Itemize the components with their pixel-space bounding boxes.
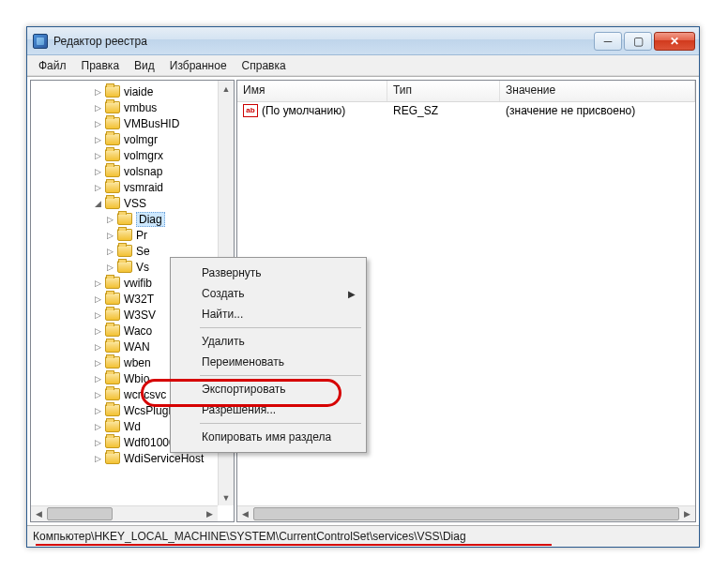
expander-closed-icon[interactable]: ▷ <box>92 149 104 161</box>
folder-icon <box>105 404 120 416</box>
expander-closed-icon[interactable]: ▷ <box>92 133 104 145</box>
tree-label: Vs <box>136 261 149 274</box>
cell-value: (значение не присвоено) <box>500 104 695 117</box>
minimize-button[interactable]: ─ <box>594 32 622 51</box>
tree-item[interactable]: ▷volsnap <box>31 163 218 179</box>
window-title: Редактор реестра <box>52 35 590 48</box>
tree-label: wcncsvc <box>124 388 166 401</box>
expander-closed-icon[interactable]: ▷ <box>92 436 104 448</box>
tree-label: W3SV <box>124 309 156 322</box>
titlebar[interactable]: Редактор реестра ─ ▢ ✕ <box>27 27 699 55</box>
cm-rename[interactable]: Переименовать <box>174 352 363 372</box>
tree-item[interactable]: ▷VMBusHID <box>31 115 218 131</box>
expander-closed-icon[interactable]: ▷ <box>92 181 104 193</box>
tree-label: VSS <box>124 197 146 210</box>
expander-closed-icon[interactable]: ▷ <box>92 293 104 305</box>
status-path: Компьютер\HKEY_LOCAL_MACHINE\SYSTEM\Curr… <box>33 530 466 543</box>
close-button[interactable]: ✕ <box>654 32 695 51</box>
cm-copy-key-name[interactable]: Копировать имя раздела <box>174 427 363 447</box>
regedit-window: Редактор реестра ─ ▢ ✕ Файл Правка Вид И… <box>26 26 700 548</box>
tree-item[interactable]: ▷Pr <box>31 227 218 243</box>
scroll-left-icon[interactable]: ◀ <box>237 506 253 521</box>
tree-label: wben <box>124 356 151 369</box>
cm-find[interactable]: Найти... <box>174 304 363 324</box>
app-icon <box>33 34 48 49</box>
cm-separator <box>200 327 361 328</box>
folder-icon <box>117 261 132 273</box>
expander-closed-icon[interactable]: ▷ <box>104 245 116 257</box>
expander-closed-icon[interactable]: ▷ <box>92 117 104 129</box>
expander-closed-icon[interactable]: ▷ <box>104 261 116 273</box>
menu-help[interactable]: Справка <box>235 57 294 74</box>
cm-permissions[interactable]: Разрешения... <box>174 399 363 420</box>
expander-closed-icon[interactable]: ▷ <box>92 101 104 113</box>
col-name[interactable]: Имя <box>237 81 387 101</box>
window-buttons: ─ ▢ ✕ <box>594 32 695 51</box>
scroll-up-icon[interactable]: ▲ <box>219 81 234 97</box>
expander-closed-icon[interactable]: ▷ <box>92 388 104 400</box>
hscroll-thumb[interactable] <box>47 507 113 520</box>
expander-closed-icon[interactable]: ▷ <box>92 420 104 432</box>
expander-closed-icon[interactable]: ▷ <box>92 324 104 337</box>
expander-closed-icon[interactable]: ▷ <box>104 229 116 241</box>
tree-hscrollbar[interactable]: ◀ ▶ <box>31 505 218 521</box>
cm-expand[interactable]: Развернуть <box>174 263 363 283</box>
cm-create[interactable]: Создать▶ <box>174 283 363 304</box>
submenu-arrow-icon: ▶ <box>348 289 356 299</box>
expander-closed-icon[interactable]: ▷ <box>92 277 104 289</box>
folder-icon <box>105 452 120 464</box>
scroll-left-icon[interactable]: ◀ <box>31 506 47 521</box>
hscroll-thumb[interactable] <box>253 507 679 520</box>
menu-view[interactable]: Вид <box>127 57 162 74</box>
expander-closed-icon[interactable]: ▷ <box>92 85 104 98</box>
tree-item[interactable]: ▷vsmraid <box>31 179 218 195</box>
expander-closed-icon[interactable]: ▷ <box>92 356 104 369</box>
scroll-right-icon[interactable]: ▶ <box>679 506 695 521</box>
tree-label: Wbio <box>124 372 149 385</box>
tree-item[interactable]: ◢VSS <box>31 195 218 211</box>
menu-file[interactable]: Файл <box>31 57 74 74</box>
cm-export[interactable]: Экспортировать <box>174 379 363 399</box>
tree-label: Diag <box>136 212 165 227</box>
scroll-down-icon[interactable]: ▼ <box>219 489 234 505</box>
expander-closed-icon[interactable]: ▷ <box>104 213 116 225</box>
list-hscrollbar[interactable]: ◀ ▶ <box>237 505 695 521</box>
folder-icon <box>105 133 120 145</box>
expander-closed-icon[interactable]: ▷ <box>92 340 104 353</box>
tree-label: vwifib <box>124 277 152 290</box>
maximize-button[interactable]: ▢ <box>624 32 652 51</box>
tree-item[interactable]: ▷viaide <box>31 83 218 99</box>
tree-item[interactable]: ▷vmbus <box>31 99 218 115</box>
col-type[interactable]: Тип <box>387 81 500 101</box>
folder-icon <box>105 372 120 384</box>
expander-closed-icon[interactable]: ▷ <box>92 404 104 416</box>
tree-item[interactable]: ▷Diag <box>31 211 218 227</box>
expander-open-icon[interactable]: ◢ <box>92 197 104 209</box>
scroll-right-icon[interactable]: ▶ <box>202 506 218 521</box>
tree-item[interactable]: ▷volmgrx <box>31 147 218 163</box>
folder-icon <box>105 293 120 305</box>
list-row[interactable]: ab(По умолчанию) REG_SZ (значение не при… <box>237 102 695 119</box>
folder-icon <box>105 356 120 369</box>
context-menu: Развернуть Создать▶ Найти... Удалить Пер… <box>170 257 367 453</box>
tree-label: volmgrx <box>124 149 163 162</box>
tree-label: volsnap <box>124 165 162 178</box>
expander-closed-icon[interactable]: ▷ <box>92 452 104 464</box>
menubar: Файл Правка Вид Избранное Справка <box>27 55 699 76</box>
expander-closed-icon[interactable]: ▷ <box>92 309 104 321</box>
tree-label: WAN <box>124 340 150 354</box>
tree-label: Pr <box>136 229 147 242</box>
tree-label: vsmraid <box>124 181 163 194</box>
menu-favorites[interactable]: Избранное <box>162 57 235 74</box>
folder-icon <box>105 117 120 129</box>
tree-label: Wdf01000 <box>124 436 175 449</box>
expander-closed-icon[interactable]: ▷ <box>92 372 104 384</box>
col-value[interactable]: Значение <box>500 81 695 101</box>
tree-label: volmgr <box>124 133 158 146</box>
tree-item[interactable]: ▷volmgr <box>31 131 218 147</box>
cell-type: REG_SZ <box>387 104 500 117</box>
menu-edit[interactable]: Правка <box>74 57 128 74</box>
expander-closed-icon[interactable]: ▷ <box>92 165 104 177</box>
cm-delete[interactable]: Удалить <box>174 331 363 352</box>
folder-icon <box>117 229 132 241</box>
